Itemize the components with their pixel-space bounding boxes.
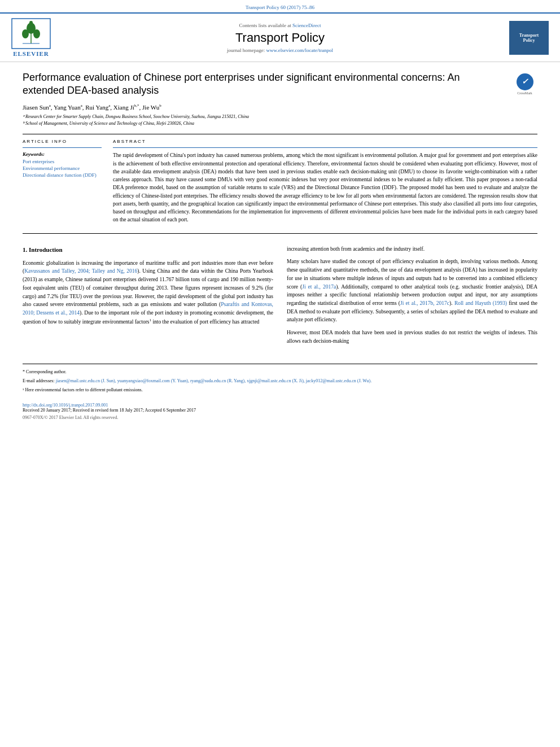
journal-center: Contents lists available at ScienceDirec…	[56, 23, 504, 53]
elsevier-logo-svg	[11, 18, 51, 49]
article-title-area: Performance evaluation of Chinese port e…	[23, 71, 537, 98]
svg-point-5	[29, 21, 33, 24]
journal-header: ELSEVIER Contents lists available at Sci…	[0, 12, 560, 62]
main-content: Performance evaluation of Chinese port e…	[0, 62, 560, 431]
copyright-line: 0967-070X/© 2017 Elsevier Ltd. All right…	[23, 415, 537, 420]
ref-psaraftis[interactable]: Psaraftis and Kontovas, 2010; Dessens et…	[23, 302, 273, 316]
keywords-label: Keywords:	[23, 151, 102, 157]
crossmark-icon: ✓	[517, 73, 533, 90]
abstract-title: ABSTRACT	[113, 139, 537, 144]
journal-citation-text: Transport Policy 60 (2017) 75–86	[246, 5, 314, 10]
footnote-area: * Corresponding author. E-mail addresses…	[23, 364, 537, 394]
page-container: Transport Policy 60 (2017) 75–86 ELSEVIE…	[0, 0, 560, 747]
abstract-divider	[113, 147, 537, 148]
article-title: Performance evaluation of Chinese port e…	[23, 71, 537, 98]
info-divider	[23, 147, 102, 148]
thumb-title: TransportPolicy	[519, 33, 539, 43]
article-info-title: ARTICLE INFO	[23, 139, 102, 144]
authors: Jiasen Suna, Yang Yuana, Rui Yanga, Xian…	[23, 103, 537, 111]
bottom-info: http://dx.doi.org/10.1016/j.tranpol.2017…	[23, 403, 537, 420]
contents-available: Contents lists available at ScienceDirec…	[56, 23, 504, 28]
ref-roll-hayuth[interactable]: Roll and Hayuth (1993)	[454, 300, 507, 306]
intro-para2: Many scholars have studied the concept o…	[287, 257, 537, 324]
sciencedirect-link[interactable]: ScienceDirect	[292, 23, 321, 28]
homepage-url[interactable]: www.elsevier.com/locate/tranpol	[266, 47, 333, 53]
abstract-text: The rapid development of China's port in…	[113, 151, 537, 224]
email-note: E-mail addresses: jiasen@mail.ustc.edu.c…	[23, 378, 537, 385]
crossmark-label: CrossMark	[517, 91, 532, 95]
elsevier-text: ELSEVIER	[13, 50, 49, 57]
journal-thumbnail: TransportPolicy	[509, 21, 549, 55]
intro-para1: Economic globalization is increasing the…	[23, 259, 273, 326]
article-info-abstract: ARTICLE INFO Keywords: Port enterprises …	[23, 139, 537, 224]
doi-line: http://dx.doi.org/10.1016/j.tranpol.2017…	[23, 403, 537, 408]
crossmark-badge: ✓ CrossMark	[512, 71, 537, 97]
divider-1	[23, 134, 537, 134]
affiliations: ᵃ Research Center for Smarter Supply Cha…	[23, 113, 537, 127]
intro-para3: However, most DEA models that have been …	[287, 329, 537, 345]
svg-point-3	[22, 29, 29, 38]
journal-title-header: Transport Policy	[56, 30, 504, 45]
doi-link[interactable]: http://dx.doi.org/10.1016/j.tranpol.2017…	[23, 403, 108, 408]
two-col-body: 1. Introduction Economic globalization i…	[23, 245, 537, 350]
ref-ji-2017bc[interactable]: Ji et al., 2017b, 2017c	[400, 300, 449, 306]
divider-2	[23, 233, 537, 234]
email-addresses[interactable]: jiasen@mail.ustc.edu.cn (J. Sun), yuanya…	[56, 378, 372, 383]
corresponding-note: * Corresponding author.	[23, 369, 537, 375]
received-line: Received 20 January 2017; Received in re…	[23, 408, 537, 413]
intro-para1-cont: increasing attention both from academics…	[287, 245, 537, 254]
journal-citation: Transport Policy 60 (2017) 75–86	[0, 0, 560, 12]
journal-homepage: journal homepage: www.elsevier.com/locat…	[56, 47, 504, 53]
body-col-left: 1. Introduction Economic globalization i…	[23, 245, 273, 350]
abstract-section: ABSTRACT The rapid development of China'…	[113, 139, 537, 224]
keyword-1[interactable]: Port enterprises	[23, 159, 102, 164]
keyword-2[interactable]: Environmental performance	[23, 165, 102, 171]
affiliation-a: ᵃ Research Center for Smarter Supply Cha…	[23, 113, 537, 120]
keyword-3[interactable]: Directional distance function (DDF)	[23, 172, 102, 178]
ref-ji-2017a[interactable]: Ji et al., 2017a	[302, 284, 336, 290]
footnote-1: ¹ Here environmental factors refer to di…	[23, 387, 537, 394]
body-section-intro: 1. Introduction Economic globalization i…	[23, 245, 537, 350]
svg-point-4	[33, 29, 40, 38]
intro-heading: 1. Introduction	[23, 245, 273, 255]
elsevier-logo: ELSEVIER	[11, 18, 51, 57]
ref-kavussanos[interactable]: Kavussanos and Talley, 2004; Talley and …	[24, 268, 137, 274]
body-col-right: increasing attention both from academics…	[287, 245, 537, 350]
article-info: ARTICLE INFO Keywords: Port enterprises …	[23, 139, 102, 224]
affiliation-b: ᵇ School of Management, University of Sc…	[23, 120, 537, 127]
